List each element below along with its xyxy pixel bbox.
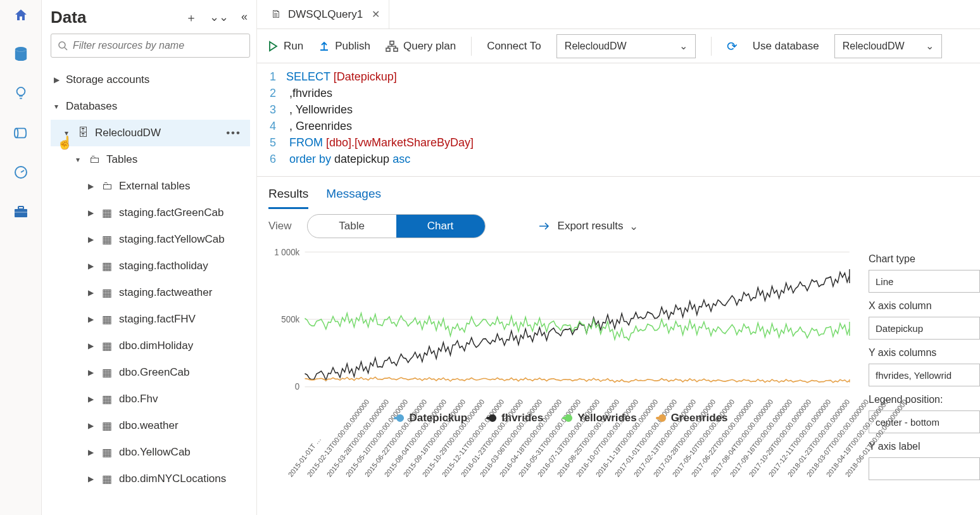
tree-item-label: staging.factYellowCab (119, 233, 225, 246)
tree-external-tables[interactable]: ▶🗀External tables (51, 173, 250, 200)
tab-results[interactable]: Results (268, 183, 308, 209)
tree-db-releclouddw[interactable]: ▾ 🗄 RelecloudDW ••• (51, 120, 250, 146)
tree-table-item[interactable]: ▶▦staging.factholiday (51, 253, 250, 279)
lightbulb-icon[interactable] (11, 84, 31, 104)
tree-table-item[interactable]: ▶▦dbo.weather (51, 412, 250, 439)
btn-label: Query plan (403, 40, 456, 53)
connect-to-combo[interactable]: RelecloudDW⌄ (556, 34, 696, 58)
svg-text:500k: 500k (281, 314, 300, 324)
tree-item-label: staging.factweather (119, 286, 212, 299)
query-tab[interactable]: 🗎 DWSQLQuery1 ✕ (262, 0, 389, 29)
tree-item-label: staging.factGreenCab (119, 207, 223, 219)
tree-storage-accounts[interactable]: ▶Storage accounts (51, 67, 250, 93)
chart-svg: 0500k1 000k (268, 245, 853, 409)
tab-label: DWSQLQuery1 (288, 8, 363, 21)
data-panel: Data ＋ ⌄⌄ « ▶Storage accounts ▾Databases… (42, 0, 257, 515)
chart-type-select[interactable]: Line (869, 270, 980, 293)
search-icon (58, 41, 68, 51)
x-axis-select[interactable]: Datepickup (869, 317, 980, 340)
svg-point-0 (15, 47, 26, 51)
tree-table-item[interactable]: ▶▦staging.factFHV (51, 306, 250, 333)
combo-value: RelecloudDW (565, 41, 627, 52)
svg-text:1 000k: 1 000k (274, 246, 300, 257)
separator (711, 37, 712, 56)
chart-layout: 0500k1 000k 2015-01-01T …2015-02-13T00:0… (257, 245, 980, 515)
main-area: 🗎 DWSQLQuery1 ✕ Run Publish Query plan C… (257, 0, 980, 515)
sql-file-icon: 🗎 (271, 8, 282, 21)
queryplan-button[interactable]: Query plan (386, 40, 456, 53)
table-icon: ▦ (100, 340, 114, 353)
table-icon: ▦ (100, 419, 114, 433)
publish-button[interactable]: Publish (318, 40, 370, 53)
pipeline-icon[interactable] (11, 123, 31, 143)
add-icon[interactable]: ＋ (185, 10, 197, 25)
table-icon: ▦ (100, 473, 114, 486)
tree-table-item[interactable]: ▶▦staging.factGreenCab (51, 200, 250, 226)
tree-label: Storage accounts (66, 73, 149, 86)
table-icon: ▦ (100, 366, 114, 379)
opt-label: Chart type (869, 253, 980, 265)
tree-item-label: dbo.weather (119, 419, 179, 432)
nav-rail (0, 0, 42, 515)
legend-item: Yellowrides (562, 412, 637, 424)
tab-messages[interactable]: Messages (326, 183, 381, 209)
filter-input-wrap[interactable] (51, 34, 250, 58)
toolbar: Run Publish Query plan Connect To Relecl… (257, 29, 980, 63)
chevron-down-icon: ⌄ (926, 40, 934, 52)
chevron-down-icon: ⌄ (629, 220, 638, 233)
tree-table-item[interactable]: ▶▦dbo.YellowCab (51, 439, 250, 466)
view-chart-btn[interactable]: Chart (396, 215, 485, 238)
more-icon[interactable]: ••• (226, 127, 250, 139)
legend-pos-select[interactable]: center - bottom (869, 410, 980, 433)
y-label-input[interactable] (869, 457, 980, 480)
svg-point-1 (16, 87, 25, 96)
tree-table-item[interactable]: ▶▦dbo.dimHoliday (51, 333, 250, 359)
expand-all-icon[interactable]: ⌄⌄ (210, 10, 229, 25)
tree-item-label: dbo.dimNYCLocations (119, 473, 226, 485)
tree-table-item[interactable]: ▶▦dbo.GreenCab (51, 359, 250, 386)
table-icon: ▦ (100, 286, 114, 300)
chevron-down-icon: ⌄ (679, 40, 688, 52)
filter-input[interactable] (73, 40, 243, 51)
run-button[interactable]: Run (267, 40, 303, 53)
combo-value: RelecloudDW (843, 41, 905, 52)
tree-table-item[interactable]: ▶▦staging.factweather (51, 279, 250, 306)
toolbox-icon[interactable] (11, 201, 31, 222)
svg-rect-6 (15, 212, 27, 213)
collapse-panel-icon[interactable]: « (241, 10, 248, 25)
tree-table-item[interactable]: ▶▦dbo.Fhv (51, 386, 250, 412)
refresh-icon[interactable]: ⟳ (727, 39, 738, 54)
tree-tables[interactable]: ▾🗀Tables (51, 146, 250, 173)
chart-area: 0500k1 000k 2015-01-01T …2015-02-13T00:0… (257, 245, 860, 515)
code-area[interactable]: SELECT [Datepickup] ,fhvrides , Yellowri… (286, 68, 474, 167)
sql-editor[interactable]: 123456 SELECT [Datepickup] ,fhvrides , Y… (257, 63, 980, 177)
close-icon[interactable]: ✕ (372, 8, 380, 20)
monitor-icon[interactable] (11, 162, 31, 182)
btn-label: Export results (558, 220, 624, 232)
svg-rect-5 (18, 207, 23, 209)
use-db-combo[interactable]: RelecloudDW⌄ (834, 34, 942, 58)
export-results-button[interactable]: Export results ⌄ (539, 220, 639, 233)
table-icon: ▦ (100, 393, 114, 406)
opt-label: X axis column (869, 300, 980, 312)
legend-item: Greenrides (656, 412, 728, 424)
tree-databases[interactable]: ▾Databases (51, 93, 250, 120)
tree-item-label: dbo.GreenCab (119, 366, 190, 379)
connect-to-label: Connect To (487, 40, 541, 53)
results-panel: Results Messages View Table Chart Export… (257, 177, 980, 515)
btn-label: Run (284, 40, 303, 53)
y-axis-select[interactable]: fhvrides, Yellowrid (869, 364, 980, 386)
resource-tree: ▶Storage accounts ▾Databases ▾ 🗄 Releclo… (51, 67, 250, 515)
table-icon: ▦ (100, 233, 114, 246)
home-icon[interactable] (11, 5, 31, 25)
view-table-btn[interactable]: Table (308, 215, 396, 238)
table-icon: ▦ (100, 446, 114, 459)
database-icon[interactable] (11, 44, 31, 65)
chart-legend: Datepickup fhvrides Yellowrides Greenrid… (268, 409, 853, 431)
tree-item-label: dbo.dimHoliday (119, 340, 193, 352)
folder-icon: 🗀 (100, 180, 114, 193)
tree-table-item[interactable]: ▶▦staging.factYellowCab (51, 226, 250, 253)
tab-bar: 🗎 DWSQLQuery1 ✕ (257, 0, 980, 29)
legend-item: fhvrides (486, 412, 543, 424)
tree-table-item[interactable]: ▶▦dbo.dimNYCLocations (51, 466, 250, 492)
